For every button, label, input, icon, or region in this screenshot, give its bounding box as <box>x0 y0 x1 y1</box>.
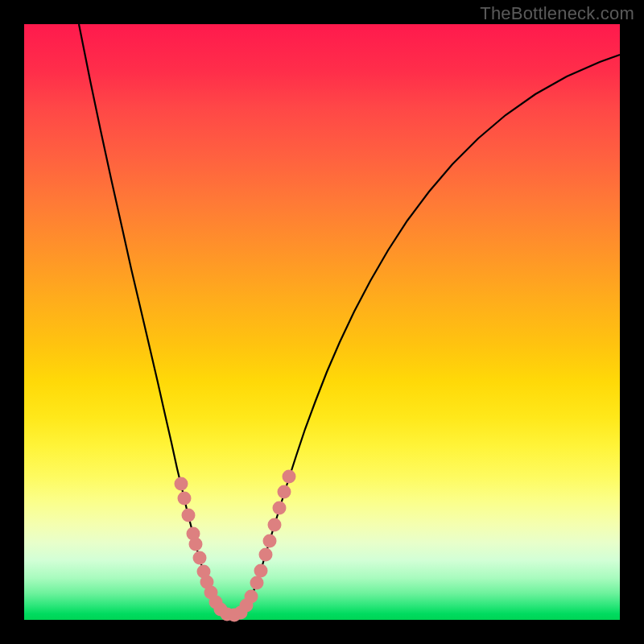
bottleneck-curve <box>79 24 620 616</box>
watermark-text: TheBottleneck.com <box>480 3 634 24</box>
data-marker <box>189 538 203 551</box>
curve-svg <box>24 24 620 620</box>
data-marker <box>254 564 268 578</box>
data-marker <box>250 576 264 590</box>
data-marker <box>245 590 258 604</box>
data-marker <box>182 509 196 522</box>
chart-frame: TheBottleneck.com <box>0 0 644 644</box>
data-marker <box>175 477 188 491</box>
data-marker <box>263 535 277 548</box>
plot-area <box>24 24 620 620</box>
data-marker <box>273 502 287 515</box>
data-marker <box>259 548 273 562</box>
data-marker <box>283 470 296 484</box>
data-marker <box>193 551 207 565</box>
data-marker <box>278 485 291 499</box>
marker-group <box>175 470 296 622</box>
data-marker <box>178 492 192 506</box>
data-marker <box>268 518 282 532</box>
